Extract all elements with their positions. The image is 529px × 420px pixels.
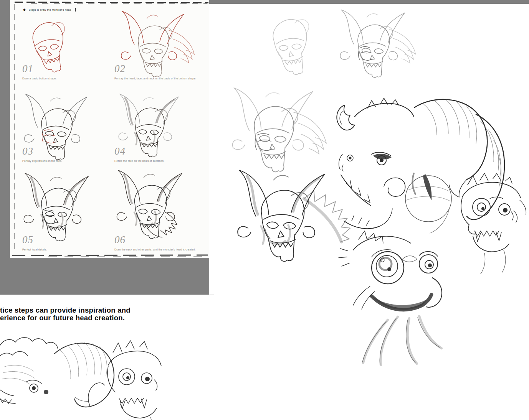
canvas-sketch-large-monster: [337, 98, 504, 233]
page-scan-bottom-edge-2: [41, 256, 205, 257]
step-block-06: 06 Draw the neck and other parts, and th…: [114, 234, 207, 251]
canvas-sketch-horned-head-mane: [233, 88, 326, 172]
step-caption: Portray expressions on the face.: [22, 160, 114, 162]
scanned-book-page: ◆ Steps to draw the monster's head 01 Dr…: [10, 0, 209, 258]
step-caption: Refine the face on the basis of sketches…: [114, 160, 207, 162]
step-caption: Portray the head, face, and neck on the …: [114, 77, 207, 80]
page-scan-left-edge: [14, 4, 15, 252]
step-caption: Draw a basic bottom shape.: [22, 77, 114, 80]
step-number: 04: [114, 145, 207, 157]
panel-bottom-hairline: [0, 295, 214, 295]
page-scan-top-edge-2: [25, 3, 207, 4]
page-header-title: Steps to draw the monster's head: [29, 8, 71, 11]
canvas-sketch-horned-skull: [461, 173, 526, 274]
step-number: 06: [114, 234, 207, 246]
note-line-2: erience for our future head creation.: [0, 314, 131, 322]
canvas-sketch-horned-head: [340, 10, 416, 77]
text-cursor-mark: [75, 8, 76, 12]
page-header: ◆ Steps to draw the monster's head: [23, 8, 76, 12]
diamond-bullet-icon: ◆: [23, 8, 26, 12]
step-number: 02: [114, 63, 207, 75]
step-number: 01: [22, 63, 114, 75]
step-block-04: 04 Refine the face on the basis of sketc…: [114, 145, 207, 162]
step-block-02: 02 Portray the head, face, and neck on t…: [114, 63, 207, 80]
page-scan-bottom-edge: [12, 255, 208, 256]
note-line-1: tice steps can provide inspiration and: [0, 306, 131, 314]
note-text: tice steps can provide inspiration and e…: [0, 306, 131, 321]
canvas-sketch-skull: [271, 17, 315, 77]
top-gray-strip: [209, 0, 529, 4]
step-block-01: 01 Draw a basic bottom shape.: [22, 63, 114, 80]
step-caption: Draw the neck and other parts, and the m…: [114, 248, 207, 251]
bottom-left-drawing: [0, 338, 161, 420]
step-block-03: 03 Portray expressions on the face.: [22, 145, 114, 162]
step-block-05: 05 Perfect local details.: [22, 234, 114, 251]
step-number: 03: [22, 145, 114, 157]
step-number: 05: [22, 234, 114, 246]
step-caption: Perfect local details.: [22, 248, 114, 251]
canvas-sketch-shaded-demon: [238, 170, 350, 262]
canvas-sketch-fish-eye-creature: [339, 231, 442, 365]
